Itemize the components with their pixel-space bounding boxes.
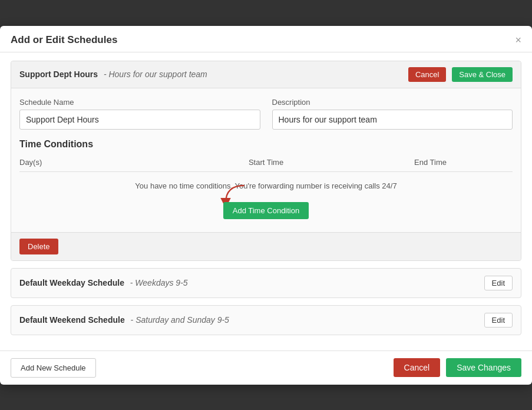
active-schedule-cancel-button[interactable]: Cancel [408, 67, 446, 82]
modal-footer: Add New Schedule Cancel Save Changes [0, 351, 532, 385]
weekday-schedule-card: Default Weekday Schedule - Weekdays 9-5 … [11, 268, 521, 298]
weekday-edit-button[interactable]: Edit [484, 276, 513, 290]
add-time-condition-wrapper: Add Time Condition [19, 202, 513, 223]
description-form-group: Description [272, 98, 513, 130]
active-schedule-title-area: Support Dept Hours - Hours for our suppo… [19, 70, 207, 79]
no-conditions-message: You have no time conditions. You're forw… [19, 171, 513, 196]
col-days: Day(s) [19, 156, 184, 172]
add-time-condition-button[interactable]: Add Time Condition [223, 202, 309, 219]
weekend-title: Default Weekend Schedule [19, 315, 125, 325]
weekend-schedule-card: Default Weekend Schedule - Saturday and … [11, 305, 521, 335]
description-label: Description [272, 98, 513, 107]
weekend-title-area: Default Weekend Schedule - Saturday and … [19, 315, 229, 325]
modal-overlay: Add or Edit Schedules × Support Dept Hou… [0, 0, 532, 410]
col-end: End Time [348, 156, 513, 172]
time-conditions-tbody: You have no time conditions. You're forw… [19, 171, 513, 196]
active-schedule-header-actions: Cancel Save & Close [408, 67, 513, 82]
weekend-subtitle: - Saturday and Sunday 9-5 [131, 315, 229, 325]
active-schedule-card: Support Dept Hours - Hours for our suppo… [11, 61, 521, 261]
modal-body: Support Dept Hours - Hours for our suppo… [0, 52, 532, 351]
footer-save-button[interactable]: Save Changes [446, 358, 521, 377]
schedule-form-row: Schedule Name Description [19, 98, 513, 130]
active-schedule-body: Schedule Name Description Time Condition… [11, 88, 521, 232]
weekday-subtitle: - Weekdays 9-5 [130, 278, 188, 287]
time-conditions-thead: Day(s) Start Time End Time [19, 156, 513, 172]
close-button[interactable]: × [515, 35, 521, 45]
description-input[interactable] [272, 110, 513, 130]
active-schedule-save-close-button[interactable]: Save & Close [452, 67, 513, 82]
no-conditions-row: You have no time conditions. You're forw… [19, 171, 513, 196]
active-schedule-subtitle: - Hours for our support team [104, 70, 207, 79]
time-conditions-title: Time Conditions [19, 139, 513, 150]
add-new-schedule-button[interactable]: Add New Schedule [11, 358, 96, 378]
name-form-group: Schedule Name [19, 98, 260, 130]
weekend-edit-button[interactable]: Edit [484, 313, 513, 328]
modal-container: Add or Edit Schedules × Support Dept Hou… [0, 26, 532, 385]
name-label: Schedule Name [19, 98, 260, 107]
modal-header: Add or Edit Schedules × [0, 26, 532, 52]
col-start: Start Time [184, 156, 348, 172]
active-schedule-footer: Delete [11, 232, 521, 260]
delete-button[interactable]: Delete [19, 239, 58, 254]
active-schedule-title: Support Dept Hours [19, 70, 98, 79]
name-input[interactable] [19, 110, 260, 130]
modal-title: Add or Edit Schedules [11, 34, 117, 46]
footer-cancel-button[interactable]: Cancel [394, 358, 441, 377]
weekday-title: Default Weekday Schedule [19, 278, 124, 287]
time-conditions-table: Day(s) Start Time End Time You have no t… [19, 156, 513, 196]
time-conditions-section: Time Conditions Day(s) Start Time End Ti… [19, 139, 513, 223]
active-schedule-header: Support Dept Hours - Hours for our suppo… [11, 61, 521, 88]
weekday-title-area: Default Weekday Schedule - Weekdays 9-5 [19, 278, 188, 287]
